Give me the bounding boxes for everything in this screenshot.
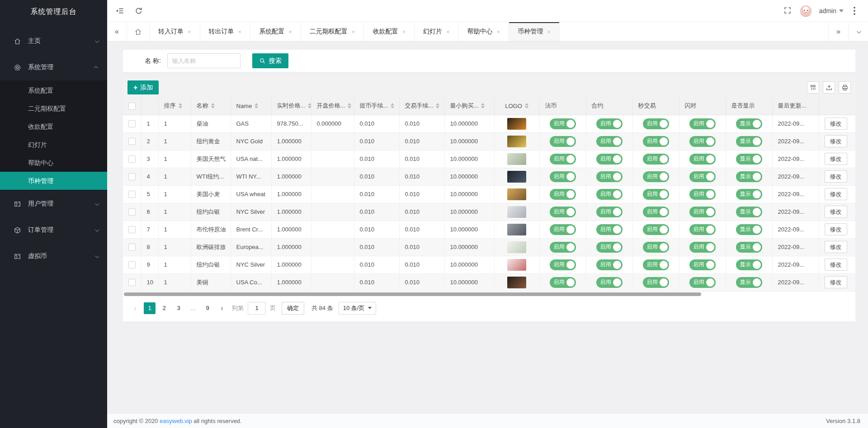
- pagination-prev[interactable]: ‹: [129, 302, 141, 314]
- sort-icon[interactable]: [211, 103, 215, 108]
- sort-icon[interactable]: [481, 103, 485, 108]
- toggle-fiat[interactable]: 启用: [550, 259, 576, 270]
- row-checkbox[interactable]: [128, 244, 136, 251]
- toggle-seconds-trade[interactable]: 启用: [643, 207, 669, 217]
- pagination-page-1[interactable]: 1: [144, 302, 156, 314]
- close-icon[interactable]: ×: [547, 28, 551, 35]
- tab-收款配置[interactable]: 收款配置 ×: [364, 22, 415, 41]
- toggle-seconds-trade[interactable]: 启用: [643, 224, 669, 235]
- toggle-contract[interactable]: 启用: [596, 154, 623, 165]
- pagination-page-9[interactable]: 9: [202, 302, 213, 314]
- column-header[interactable]: 实时价格...: [271, 97, 311, 115]
- copyright-link[interactable]: easyweb.vip: [160, 418, 192, 424]
- toggle-flash-swap[interactable]: 启用: [689, 277, 716, 288]
- column-header[interactable]: Name: [231, 97, 271, 115]
- toggle-flash-swap[interactable]: 启用: [689, 118, 716, 129]
- toggle-flash-swap[interactable]: 启用: [689, 189, 716, 200]
- toggle-fiat[interactable]: 启用: [550, 136, 576, 147]
- sort-icon[interactable]: [255, 103, 258, 108]
- edit-button[interactable]: 修改: [825, 118, 847, 130]
- toggle-visible[interactable]: 显示: [736, 118, 762, 129]
- toggle-contract[interactable]: 启用: [596, 207, 623, 217]
- toggle-visible[interactable]: 显示: [736, 242, 762, 253]
- toggle-contract[interactable]: 启用: [596, 259, 623, 270]
- sort-icon[interactable]: [436, 103, 439, 108]
- row-checkbox[interactable]: [128, 208, 136, 216]
- toggle-contract[interactable]: 启用: [596, 189, 623, 200]
- column-header[interactable]: 合约: [586, 97, 632, 115]
- toggle-contract[interactable]: 启用: [596, 277, 623, 288]
- close-icon[interactable]: ×: [352, 28, 355, 35]
- toggle-fiat[interactable]: 启用: [550, 154, 576, 165]
- toggle-flash-swap[interactable]: 启用: [689, 136, 716, 147]
- user-menu[interactable]: admin: [819, 7, 844, 14]
- toggle-flash-swap[interactable]: 启用: [689, 224, 716, 235]
- row-checkbox[interactable]: [128, 279, 136, 286]
- toggle-seconds-trade[interactable]: 启用: [643, 259, 669, 270]
- column-header[interactable]: [819, 97, 855, 115]
- toggle-fiat[interactable]: 启用: [550, 242, 576, 253]
- confirm-button[interactable]: 确定: [282, 302, 304, 315]
- close-icon[interactable]: ×: [497, 28, 500, 35]
- print-button[interactable]: [839, 81, 851, 94]
- column-header[interactable]: 闪对: [679, 97, 726, 115]
- sidebar-item-orders[interactable]: 订单管理: [0, 217, 107, 243]
- column-header[interactable]: 开盘价格...: [311, 97, 354, 115]
- edit-button[interactable]: 修改: [825, 259, 847, 271]
- column-header[interactable]: 最小购买...: [444, 97, 494, 115]
- toggle-seconds-trade[interactable]: 启用: [643, 242, 669, 253]
- edit-button[interactable]: 修改: [825, 206, 847, 218]
- page-size-select[interactable]: 10 条/页: [339, 302, 377, 315]
- sidebar-subitem-currency-management[interactable]: 币种管理: [0, 172, 107, 190]
- pagination-page-2[interactable]: 2: [158, 302, 170, 314]
- toggle-seconds-trade[interactable]: 启用: [643, 118, 669, 129]
- toggle-flash-swap[interactable]: 启用: [689, 207, 716, 217]
- column-header[interactable]: 排序: [158, 97, 191, 115]
- column-header[interactable]: 法币: [539, 97, 586, 115]
- row-checkbox[interactable]: [128, 138, 136, 145]
- toggle-contract[interactable]: 启用: [596, 224, 623, 235]
- search-input[interactable]: [167, 53, 241, 68]
- row-checkbox[interactable]: [128, 173, 136, 180]
- sidebar-item-home[interactable]: 主页: [0, 28, 107, 54]
- close-icon[interactable]: ×: [446, 28, 450, 35]
- tabs-scroll-left[interactable]: «: [107, 22, 127, 41]
- edit-button[interactable]: 修改: [825, 153, 847, 165]
- search-button[interactable]: 搜索: [252, 53, 288, 68]
- column-header[interactable]: 是否显示: [726, 97, 772, 115]
- sidebar-subitem-binary-option-config[interactable]: 二元期权配置: [0, 99, 107, 118]
- toggle-visible[interactable]: 显示: [736, 171, 762, 182]
- sidebar-item-users[interactable]: 用户管理: [0, 191, 107, 217]
- sidebar-subitem-help-center[interactable]: 帮助中心: [0, 154, 107, 172]
- export-button[interactable]: [823, 81, 835, 94]
- toggle-visible[interactable]: 显示: [736, 154, 762, 165]
- add-button[interactable]: + 添加: [127, 80, 159, 94]
- tab-幻灯片[interactable]: 幻灯片 ×: [415, 22, 459, 41]
- tabs-scroll-right[interactable]: »: [828, 22, 848, 41]
- toggle-flash-swap[interactable]: 启用: [689, 154, 716, 165]
- row-checkbox[interactable]: [128, 120, 136, 127]
- tab-home[interactable]: [127, 22, 150, 41]
- close-icon[interactable]: ×: [402, 28, 406, 35]
- toggle-fiat[interactable]: 启用: [550, 277, 576, 288]
- column-header[interactable]: 最后更新...: [772, 97, 819, 115]
- column-header[interactable]: LOGO: [494, 97, 539, 115]
- toggle-fiat[interactable]: 启用: [550, 171, 576, 182]
- avatar[interactable]: [800, 5, 812, 17]
- sidebar-item-vcoin[interactable]: 虚拟币: [0, 243, 107, 269]
- tabs-dropdown[interactable]: [848, 22, 868, 41]
- toggle-visible[interactable]: 显示: [736, 189, 762, 200]
- scrollbar-thumb[interactable]: [124, 292, 701, 296]
- toggle-seconds-trade[interactable]: 启用: [643, 136, 669, 147]
- column-header[interactable]: 交易手续...: [399, 97, 444, 115]
- fullscreen-icon[interactable]: [783, 6, 793, 15]
- edit-button[interactable]: 修改: [825, 241, 847, 253]
- toggle-flash-swap[interactable]: 启用: [689, 242, 716, 253]
- more-options-icon[interactable]: [851, 5, 858, 17]
- sort-icon[interactable]: [391, 103, 394, 108]
- sort-icon[interactable]: [525, 103, 528, 108]
- tab-系统配置[interactable]: 系统配置 ×: [250, 22, 301, 41]
- toggle-seconds-trade[interactable]: 启用: [643, 154, 669, 165]
- edit-button[interactable]: 修改: [825, 188, 847, 200]
- toggle-contract[interactable]: 启用: [596, 118, 623, 129]
